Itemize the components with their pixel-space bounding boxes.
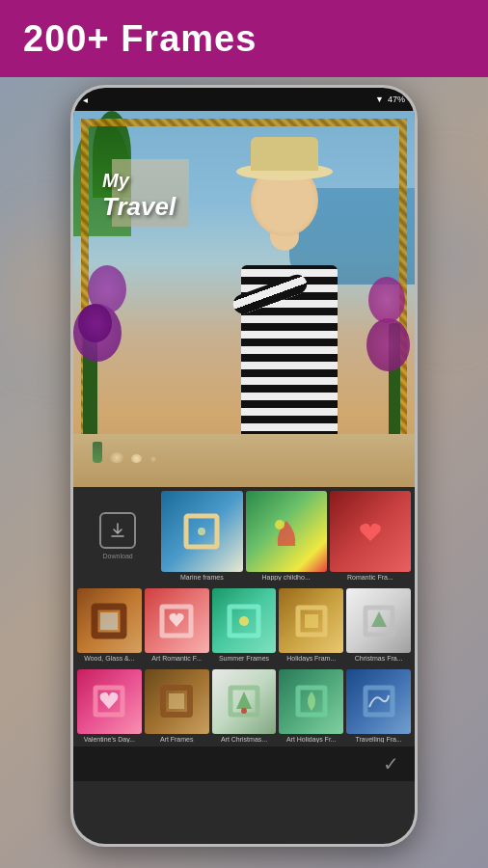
thumb-img-art-romantic xyxy=(145,588,209,653)
childhood-label: Happy childho... xyxy=(246,574,327,581)
marine-label: Marine frames xyxy=(161,574,242,581)
wifi-icon: ▼ xyxy=(375,95,384,104)
download-label: Download xyxy=(103,553,133,559)
frame-thumb-christmas[interactable]: Christmas Fra... xyxy=(346,588,411,662)
christmas-label: Christmas Fra... xyxy=(346,655,411,662)
frame-thumb-childhood[interactable]: Happy childho... xyxy=(246,491,327,581)
thumb-img-art-frames xyxy=(145,669,209,734)
sandy-bottom xyxy=(73,434,415,487)
checkmark-icon[interactable]: ✓ xyxy=(383,752,399,775)
thumb-img-holidays xyxy=(279,588,343,653)
svg-rect-17 xyxy=(366,688,393,715)
travel-line2: Travel xyxy=(102,192,176,222)
travelling-label: Travelling Fra... xyxy=(346,736,411,743)
frame-thumb-travelling[interactable]: Travelling Fra... xyxy=(346,669,411,743)
art-holidays-label: Art Holidays Fr... xyxy=(279,736,343,743)
svg-rect-13 xyxy=(169,693,184,709)
thumb-img-christmas xyxy=(346,588,411,653)
photo-frame-area: My Travel xyxy=(73,111,415,487)
frame-thumb-valentine[interactable]: Valentine's Day... xyxy=(77,669,142,743)
travel-photo: My Travel xyxy=(73,111,415,487)
thumb-img-travelling xyxy=(346,669,411,734)
shell2 xyxy=(131,454,142,463)
svg-point-7 xyxy=(239,616,249,626)
romantic-label: Romantic Fra... xyxy=(330,574,411,581)
flowers-right xyxy=(347,275,415,458)
art-romantic-label: Art Romantic F... xyxy=(145,655,209,662)
frame-thumb-summer[interactable]: Summer Frames xyxy=(212,588,277,662)
summer-label: Summer Frames xyxy=(212,655,277,662)
wood-label: Wood, Glass &... xyxy=(77,655,142,662)
frames-container: Download Marine frames xyxy=(73,487,415,746)
top-banner: 200+ Frames xyxy=(0,0,488,77)
art-christmas-label: Art Christmas... xyxy=(212,736,277,743)
travel-line1: My xyxy=(102,169,176,192)
frames-row-3: Valentine's Day... Art Frames xyxy=(73,665,415,746)
travel-text: My Travel xyxy=(102,169,176,222)
svg-point-15 xyxy=(241,708,247,714)
svg-rect-9 xyxy=(305,614,318,628)
download-cell[interactable]: Download xyxy=(77,491,158,581)
frame-thumb-art-frames[interactable]: Art Frames xyxy=(145,669,209,743)
valentine-label: Valentine's Day... xyxy=(77,736,142,743)
holidays-label: Holidays Fram... xyxy=(279,655,343,662)
thumb-img-romantic xyxy=(330,491,411,572)
frame-thumb-art-romantic[interactable]: Art Romantic F... xyxy=(145,588,209,662)
thumb-img-art-christmas xyxy=(212,669,277,734)
battery-indicator: 47% xyxy=(388,95,405,104)
frame-thumb-marine[interactable]: Marine frames xyxy=(161,491,242,581)
thumb-img-marine xyxy=(161,491,242,572)
phone-screen: My Travel Download xyxy=(73,111,415,844)
thumb-img-childhood xyxy=(246,491,327,572)
bottom-bar: ✓ xyxy=(73,746,415,781)
status-bar: ◂ ▼ 47% xyxy=(73,88,415,111)
phone-shell: ◂ ▼ 47% xyxy=(70,85,418,847)
shell3 xyxy=(149,455,157,463)
art-frames-label: Art Frames xyxy=(145,736,209,743)
frame-thumb-art-christmas[interactable]: Art Christmas... xyxy=(212,669,277,743)
download-icon[interactable] xyxy=(99,512,136,549)
thumb-img-art-holidays xyxy=(279,669,343,734)
signal-icon: ◂ xyxy=(83,95,88,105)
shell1 xyxy=(110,452,123,463)
svg-point-1 xyxy=(198,528,205,535)
svg-rect-4 xyxy=(100,612,118,630)
flowers-left xyxy=(73,265,141,458)
banner-title: 200+ Frames xyxy=(23,18,257,60)
thumb-img-wood xyxy=(77,588,142,653)
frames-row-2: Wood, Glass &... Art Romantic F... xyxy=(73,584,415,665)
frame-thumb-holidays[interactable]: Holidays Fram... xyxy=(279,588,343,662)
thumb-img-summer xyxy=(212,588,277,653)
svg-point-2 xyxy=(275,520,285,529)
frame-thumb-art-holidays[interactable]: Art Holidays Fr... xyxy=(279,669,343,743)
frames-row-1: Download Marine frames xyxy=(73,487,415,584)
bottle-deco xyxy=(93,442,102,463)
thumb-img-valentine xyxy=(77,669,142,734)
frame-thumb-wood[interactable]: Wood, Glass &... xyxy=(77,588,142,662)
frame-thumb-romantic[interactable]: Romantic Fra... xyxy=(330,491,411,581)
status-icons: ▼ 47% xyxy=(375,95,405,104)
